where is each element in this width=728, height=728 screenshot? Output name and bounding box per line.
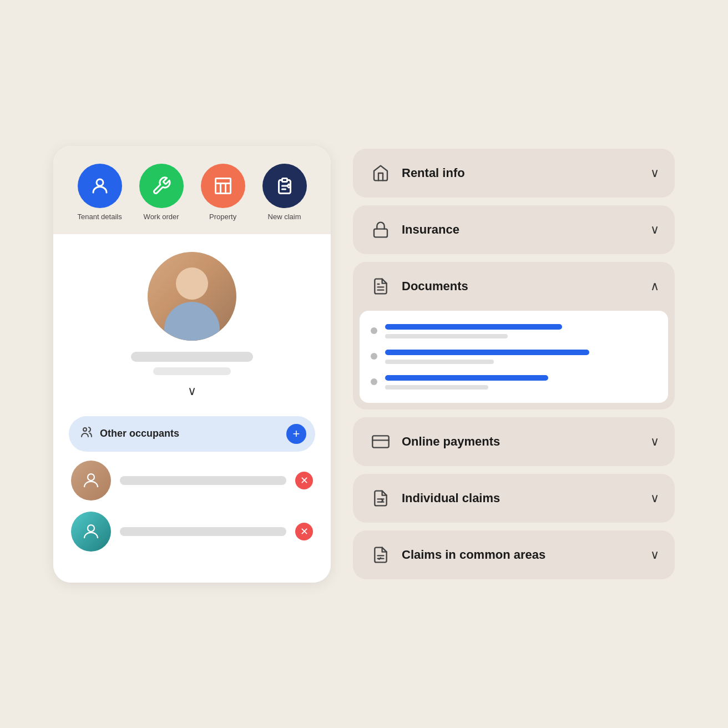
- accordion-claims-common-areas-header[interactable]: Claims in common areas ∨: [353, 530, 675, 579]
- new-claim-label: New claim: [268, 213, 301, 221]
- doc-bullet-3: [371, 378, 377, 385]
- doc-subtitle-bar-3: [385, 385, 488, 390]
- accordion-documents: Documents ∧: [353, 262, 675, 410]
- add-occupant-button[interactable]: +: [286, 424, 306, 444]
- subtitle-placeholder-bar: [153, 367, 231, 375]
- accordion-claims-common-areas: Claims in common areas ∨: [353, 530, 675, 579]
- claims-common-areas-title: Claims in common areas: [402, 548, 641, 562]
- remove-occupant-1-button[interactable]: ✕: [295, 472, 313, 489]
- doc-content-2: [385, 350, 657, 364]
- rental-info-chevron: ∨: [650, 166, 659, 180]
- avatar-body: [164, 302, 220, 341]
- occupant-2-name-bar: [120, 527, 286, 536]
- individual-claims-icon: [368, 486, 393, 510]
- documents-title: Documents: [402, 279, 641, 294]
- accordion-individual-claims-header[interactable]: Individual claims ∨: [353, 474, 675, 523]
- occupant-2-person-icon: [81, 522, 101, 542]
- doc-title-bar-3: [385, 375, 548, 381]
- svg-rect-6: [374, 229, 387, 237]
- doc-subtitle-bar-2: [385, 360, 494, 364]
- svg-point-5: [88, 525, 94, 532]
- accordion-online-payments-header[interactable]: Online payments ∨: [353, 417, 675, 466]
- insurance-title: Insurance: [402, 223, 641, 237]
- action-work-order[interactable]: Work order: [139, 164, 184, 221]
- tenant-details-label: Tenant details: [77, 213, 122, 221]
- tenant-details-icon-circle: [78, 164, 122, 208]
- occupant-1-avatar-bg: [71, 461, 111, 501]
- action-tenant-details[interactable]: Tenant details: [77, 164, 122, 221]
- documents-chevron: ∧: [650, 279, 659, 294]
- occupant-2-avatar: [71, 512, 111, 552]
- doc-item-3[interactable]: [371, 375, 657, 390]
- online-payments-chevron: ∨: [650, 434, 659, 449]
- people-icon: [80, 426, 93, 439]
- document-icon: [368, 274, 393, 299]
- work-order-label: Work order: [144, 213, 179, 221]
- svg-rect-1: [215, 178, 230, 193]
- other-occupants-label: Other occupants: [100, 428, 179, 439]
- occupant-row: ✕: [69, 512, 315, 552]
- avatar-placeholder: [148, 252, 236, 341]
- action-bar: Tenant details Work order: [53, 146, 331, 234]
- insurance-chevron: ∨: [650, 223, 659, 237]
- occupants-icon: [80, 426, 93, 442]
- clipboard-edit-icon: [275, 176, 295, 196]
- doc-title-bar-1: [385, 324, 562, 330]
- accordion-online-payments: Online payments ∨: [353, 417, 675, 466]
- action-new-claim[interactable]: New claim: [262, 164, 307, 221]
- svg-rect-9: [372, 436, 388, 447]
- occupant-1-avatar: [71, 461, 111, 501]
- remove-occupant-2-button[interactable]: ✕: [295, 523, 313, 540]
- avatar: [148, 252, 236, 341]
- name-placeholder-bar: [131, 352, 253, 362]
- avatar-head: [176, 267, 208, 300]
- occupant-1-name-bar: [120, 476, 286, 485]
- doc-title-bar-2: [385, 350, 589, 355]
- doc-item-1[interactable]: [371, 324, 657, 338]
- occupant-row: ✕: [69, 461, 315, 501]
- claims-common-areas-chevron: ∨: [650, 548, 659, 562]
- new-claim-icon-circle: [262, 164, 307, 208]
- doc-item-2[interactable]: [371, 350, 657, 364]
- occupant-1-person-icon: [81, 471, 101, 491]
- property-icon-circle: [201, 164, 245, 208]
- avatar-person: [164, 267, 220, 341]
- individual-claims-chevron: ∨: [650, 491, 659, 505]
- accordion-rental-info: Rental info ∨: [353, 149, 675, 198]
- action-property[interactable]: Property: [201, 164, 245, 221]
- accordion-documents-header[interactable]: Documents ∧: [353, 262, 675, 311]
- other-occupants-left: Other occupants: [80, 426, 179, 442]
- person-icon: [90, 176, 110, 196]
- lock-icon: [368, 218, 393, 242]
- accordion-insurance: Insurance ∨: [353, 205, 675, 254]
- doc-content-1: [385, 324, 657, 338]
- building-icon: [213, 176, 233, 196]
- property-label: Property: [209, 213, 236, 221]
- profile-section: ∨: [69, 252, 315, 398]
- accordion-individual-claims: Individual claims ∨: [353, 474, 675, 523]
- doc-bullet-2: [371, 353, 377, 360]
- card-icon: [368, 429, 393, 454]
- svg-point-4: [88, 474, 94, 481]
- accordion-rental-info-header[interactable]: Rental info ∨: [353, 149, 675, 198]
- other-occupants-section: Other occupants +: [69, 416, 315, 552]
- right-panel: Rental info ∨ Insurance ∨: [353, 149, 675, 579]
- svg-rect-2: [282, 178, 287, 181]
- accordion-insurance-header[interactable]: Insurance ∨: [353, 205, 675, 254]
- wrench-icon: [151, 176, 171, 196]
- left-panel: Tenant details Work order: [53, 146, 331, 583]
- occupant-2-avatar-bg: [71, 512, 111, 552]
- left-body: ∨ Other occupants: [53, 234, 331, 583]
- outer-container: Tenant details Work order: [0, 0, 728, 728]
- home-icon: [368, 161, 393, 185]
- rental-info-title: Rental info: [402, 166, 641, 180]
- doc-bullet-1: [371, 327, 377, 334]
- other-occupants-header[interactable]: Other occupants +: [69, 416, 315, 452]
- svg-point-0: [97, 179, 103, 186]
- documents-body: [360, 311, 668, 403]
- individual-claims-title: Individual claims: [402, 491, 641, 505]
- profile-chevron[interactable]: ∨: [188, 384, 196, 398]
- online-payments-title: Online payments: [402, 434, 641, 449]
- svg-point-3: [83, 428, 87, 431]
- work-order-icon-circle: [139, 164, 184, 208]
